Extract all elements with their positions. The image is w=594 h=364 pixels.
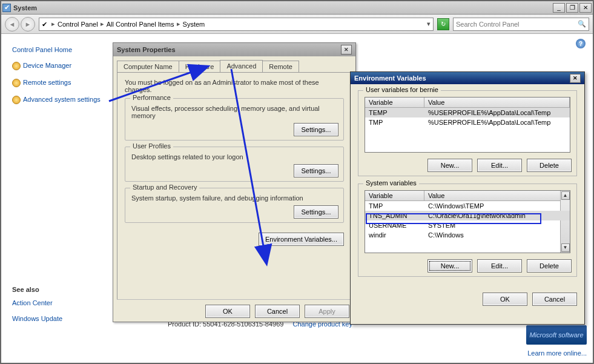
advanced-system-settings-link[interactable]: Advanced system settings — [12, 96, 104, 104]
table-row[interactable]: TMP %USERPROFILE%\AppData\Local\Temp — [365, 117, 570, 127]
table-row[interactable]: windir C:\Windows — [365, 230, 570, 240]
scroll-up-icon[interactable]: ▲ — [561, 191, 570, 200]
performance-desc: Visual effects, processor scheduling, me… — [131, 105, 337, 119]
system-window: ✔ System _ ❐ ✕ ◄ ► ✔ ▸ Control Panel ▸ A… — [0, 0, 594, 364]
col-value[interactable]: Value — [424, 191, 570, 200]
sp-tabstrip: Computer Name Hardware Advanced Remote — [113, 56, 355, 72]
breadcrumb-3[interactable]: System — [183, 21, 205, 28]
sp-intro-text: You must be logged on as an Administrato… — [125, 79, 344, 93]
user-new-button[interactable]: New... — [427, 159, 472, 172]
table-row[interactable]: TMP C:\Windows\TEMP — [365, 201, 570, 211]
see-also-heading: See also — [12, 286, 104, 293]
user-profiles-settings-button[interactable]: Settings... — [294, 164, 338, 177]
shield-icon — [12, 62, 21, 70]
refresh-button[interactable]: ↻ — [437, 18, 449, 30]
environment-variables-dialog: Environment Variables ✕ User variables f… — [350, 71, 585, 325]
device-manager-link[interactable]: Device Manager — [12, 62, 104, 70]
minimize-button[interactable]: _ — [553, 3, 565, 13]
breadcrumb-icon: ✔ — [42, 21, 49, 28]
system-delete-button[interactable]: Delete — [527, 259, 572, 273]
navbar: ◄ ► ✔ ▸ Control Panel ▸ All Control Pane… — [1, 15, 593, 34]
breadcrumb-2[interactable]: All Control Panel Items — [107, 21, 174, 28]
learn-more-link[interactable]: Learn more online... — [527, 349, 587, 357]
system-new-button[interactable]: New... — [427, 259, 472, 273]
startup-recovery-settings-button[interactable]: Settings... — [294, 205, 338, 219]
sp-cancel-button[interactable]: Cancel — [255, 305, 300, 318]
search-input[interactable]: Search Control Panel 🔍 — [453, 18, 589, 31]
sp-ok-button[interactable]: OK — [205, 305, 250, 318]
sp-title: System Properties — [117, 46, 176, 53]
environment-variables-button[interactable]: Environment Variables... — [259, 233, 344, 246]
ev-close-button[interactable]: ✕ — [570, 74, 581, 83]
breadcrumb[interactable]: ✔ ▸ Control Panel ▸ All Control Panel It… — [39, 18, 434, 31]
ev-cancel-button[interactable]: Cancel — [532, 293, 577, 306]
startup-recovery-group: Startup and Recovery System startup, sys… — [125, 188, 344, 223]
system-variables-legend: System variables — [363, 179, 419, 187]
user-variables-legend: User variables for bernie — [363, 86, 441, 93]
system-edit-button[interactable]: Edit... — [477, 259, 522, 273]
system-icon: ✔ — [2, 4, 11, 12]
shield-icon — [12, 96, 21, 104]
sp-close-button[interactable]: ✕ — [341, 45, 352, 55]
scroll-down-icon[interactable]: ▼ — [561, 243, 570, 252]
action-center-link[interactable]: Action Center — [12, 299, 104, 306]
performance-group: Performance Visual effects, processor sc… — [125, 98, 344, 141]
tab-advanced[interactable]: Advanced — [220, 60, 263, 72]
titlebar: ✔ System _ ❐ ✕ — [1, 1, 593, 15]
back-button[interactable]: ◄ — [5, 17, 19, 31]
col-variable[interactable]: Variable — [365, 191, 424, 200]
windows-update-link[interactable]: Windows Update — [12, 315, 104, 322]
sp-titlebar: System Properties ✕ — [113, 43, 355, 56]
ev-ok-button[interactable]: OK — [483, 293, 527, 306]
col-variable[interactable]: Variable — [365, 98, 424, 107]
sp-body: You must be logged on as an Administrato… — [117, 72, 352, 300]
search-icon: 🔍 — [578, 20, 586, 28]
control-panel-home-link[interactable]: Control Panel Home — [12, 46, 104, 53]
performance-settings-button[interactable]: Settings... — [294, 123, 338, 136]
microsoft-badge: Microsoft software — [526, 325, 587, 345]
system-properties-dialog: System Properties ✕ Computer Name Hardwa… — [113, 42, 356, 322]
tab-remote[interactable]: Remote — [262, 61, 299, 72]
startup-recovery-legend: Startup and Recovery — [130, 184, 199, 191]
table-row[interactable]: TEMP %USERPROFILE%\AppData\Local\Temp — [365, 108, 570, 117]
user-edit-button[interactable]: Edit... — [477, 159, 522, 172]
shield-icon — [12, 79, 21, 87]
performance-legend: Performance — [130, 94, 173, 101]
restore-button[interactable]: ❐ — [566, 3, 578, 13]
table-row[interactable]: TNS_ADMIN C:\Oracle\Ora11g\network\admin — [365, 211, 570, 220]
ev-title: Environment Variables — [354, 74, 426, 82]
user-profiles-group: User Profiles Desktop settings related t… — [125, 147, 344, 182]
user-variables-group: User variables for bernie Variable Value… — [358, 90, 577, 176]
ev-titlebar: Environment Variables ✕ — [351, 72, 584, 84]
user-delete-button[interactable]: Delete — [527, 159, 572, 172]
forward-button[interactable]: ► — [21, 17, 35, 31]
user-variables-list[interactable]: Variable Value TEMP %USERPROFILE%\AppDat… — [365, 97, 570, 153]
col-value[interactable]: Value — [424, 98, 570, 107]
scrollbar[interactable]: ▲ ▼ — [560, 191, 570, 253]
sp-apply-button: Apply — [305, 305, 349, 318]
window-title: System — [13, 4, 553, 12]
table-row[interactable]: USERNAME SYSTEM — [365, 220, 570, 230]
breadcrumb-1[interactable]: Control Panel — [58, 21, 98, 28]
left-pane: Control Panel Home Device Manager Remote… — [1, 34, 111, 363]
system-variables-list[interactable]: ▲ ▼ Variable Value TMP C:\Windows\TEMP T… — [365, 190, 570, 253]
user-profiles-desc: Desktop settings related to your logon — [131, 153, 337, 160]
system-variables-group: System variables ▲ ▼ Variable Value TMP … — [358, 184, 577, 277]
tab-computer-name[interactable]: Computer Name — [117, 61, 179, 72]
user-profiles-legend: User Profiles — [130, 142, 173, 150]
remote-settings-link[interactable]: Remote settings — [12, 79, 104, 87]
tab-hardware[interactable]: Hardware — [179, 61, 221, 72]
startup-recovery-desc: System startup, system failure, and debu… — [131, 194, 337, 202]
search-placeholder: Search Control Panel — [456, 21, 520, 28]
close-button[interactable]: ✕ — [579, 3, 592, 13]
